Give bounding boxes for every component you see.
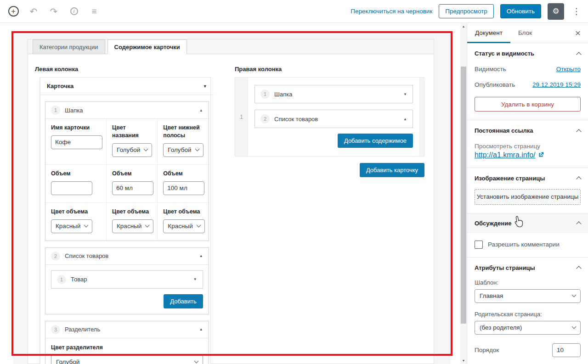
move-to-trash-button[interactable]: Удалить в корзину [475, 97, 581, 112]
add-card-button[interactable]: Добавить карточку [360, 163, 424, 177]
chevron-up-icon [576, 129, 581, 134]
select-value: (без родителя) [480, 324, 522, 331]
tab-card-content[interactable]: Содержимое карточки [107, 39, 187, 54]
panel-title: Атрибуты страницы [475, 264, 535, 271]
update-button[interactable]: Обновить [500, 4, 541, 18]
preview-button[interactable]: Предпросмотр [439, 4, 494, 18]
publish-label: Опубликовать [475, 81, 515, 88]
visibility-value-link[interactable]: Открыто [556, 66, 581, 73]
card-row-content: 1 Шапка ▼ 2 Список товаров ▲ Добавить со… [248, 78, 419, 156]
block-header-row[interactable]: 1 Шапка ▼ [254, 85, 413, 103]
field-title-color: Цвет названия Голубой [107, 119, 158, 165]
tab-block[interactable]: Блок [510, 23, 540, 43]
panel-title: Статус и видимость [475, 50, 534, 57]
section-product-list: 2 Список товаров ▲ 1 Товар ▼ [45, 247, 209, 314]
card-main: Карточка ▼ 1 Шапка ▲ [40, 78, 214, 364]
attributes-panel-header[interactable]: Атрибуты страницы [475, 264, 581, 271]
volume-2-input[interactable] [112, 181, 153, 195]
card-row: 1 1 Шапка ▼ 2 Список товаров ▲ [235, 77, 424, 157]
add-product-button[interactable]: Добавить [164, 294, 203, 308]
allow-comments-row: Разрешить комментарии [475, 241, 581, 249]
card-title: Карточка [47, 83, 74, 90]
chevron-down-icon [572, 325, 577, 329]
section-number-badge: 2 [51, 252, 60, 261]
block-product-list-row[interactable]: 2 Список товаров ▲ [254, 110, 413, 128]
block-navigation-button[interactable]: ≡ [86, 4, 102, 19]
scroll-down-arrow-icon[interactable]: ▼ [460, 359, 467, 362]
editor-toolbar: + ↶ ↷ i ≡ Переключиться на черновик Пред… [0, 0, 588, 23]
field-volume-color-2: Цвет объема Красный [107, 203, 158, 241]
block-inserter-button[interactable]: + [6, 4, 21, 19]
discussion-panel-header[interactable]: Обсуждение [467, 213, 588, 233]
chevron-down-icon [196, 223, 201, 228]
chevron-up-icon [576, 221, 581, 226]
panel-discussion: Обсуждение Разрешить комментарии [467, 213, 588, 258]
section-2-header[interactable]: 2 Список товаров ▲ [45, 248, 209, 265]
status-panel-header[interactable]: Статус и видимость [475, 50, 581, 57]
ellipsis-icon: ⋮ [572, 6, 581, 16]
field-label: Объем [51, 170, 102, 178]
panel-page-attributes: Атрибуты страницы Шаблон: Главная Родите… [467, 258, 588, 364]
set-page-image-button[interactable]: Установить изображение страницы [475, 189, 581, 205]
allow-comments-checkbox[interactable] [475, 241, 483, 249]
redo-icon: ↷ [50, 6, 58, 17]
template-select[interactable]: Главная [475, 289, 581, 303]
row-number-badge: 2 [260, 114, 270, 123]
mouse-cursor-icon [514, 216, 523, 228]
fields-grid: Имя карточки Цвет названия Голубой Цвет … [45, 119, 209, 241]
field-label: Цвет названия [112, 124, 153, 140]
block-title: Список товаров [274, 116, 318, 123]
select-value: Голубой [56, 358, 79, 364]
settings-toggle-button[interactable]: ⚙ [548, 3, 564, 20]
content-structure-button[interactable]: i [66, 4, 82, 19]
parent-page-select[interactable]: (без родителя) [475, 321, 581, 335]
tab-product-categories[interactable]: Категории продукции [33, 39, 105, 54]
card-header[interactable]: Карточка ▼ [40, 78, 214, 95]
permalink-url-link[interactable]: http://a1.kmra.info/ [475, 151, 536, 159]
undo-button[interactable]: ↶ [26, 4, 41, 19]
volume-color-1-select[interactable]: Красный [51, 219, 92, 233]
redo-button[interactable]: ↷ [46, 4, 62, 19]
add-content-button[interactable]: Добавить содержимое [338, 134, 413, 148]
canvas-scrollbar[interactable]: ▲ ▼ [460, 23, 467, 364]
volume-3-input[interactable] [163, 181, 204, 195]
chevron-up-icon [576, 52, 581, 57]
order-input[interactable] [552, 343, 581, 357]
page-image-panel-header[interactable]: Изображение страницы [475, 175, 581, 182]
info-icon: i [70, 7, 78, 15]
chevron-down-icon [195, 147, 199, 151]
permalink-panel-header[interactable]: Постоянная ссылка [475, 127, 581, 134]
divider-color-select[interactable]: Голубой [51, 355, 203, 364]
scroll-up-arrow-icon[interactable]: ▲ [460, 25, 467, 28]
field-label: Имя карточки [51, 124, 102, 132]
row-order-number[interactable]: 1 [235, 78, 248, 156]
scrollbar-thumb[interactable] [461, 67, 466, 324]
collapse-down-icon: ▼ [193, 277, 197, 281]
more-options-button[interactable]: ⋮ [571, 6, 582, 17]
product-row-title: Товар [71, 276, 87, 283]
settings-sidebar: Документ Блок × Статус и видимость Видим… [467, 23, 588, 364]
title-color-select[interactable]: Голубой [112, 143, 152, 157]
close-sidebar-button[interactable]: × [568, 23, 588, 43]
select-value: Красный [56, 223, 80, 230]
chevron-down-icon [194, 358, 198, 363]
card-name-input[interactable] [51, 135, 102, 149]
publish-row: Опубликовать 29.12.2019 15:29 [475, 81, 581, 88]
chevron-down-icon [572, 293, 577, 297]
field-label: Объем [112, 170, 153, 178]
volume-1-input[interactable] [51, 181, 92, 195]
select-value: Главная [480, 292, 503, 299]
collapse-up-icon: ▲ [199, 108, 203, 112]
volume-color-2-select[interactable]: Красный [112, 219, 153, 233]
section-1-header[interactable]: 1 Шапка ▲ [45, 102, 209, 119]
volume-color-3-select[interactable]: Красный [163, 219, 204, 233]
publish-date-link[interactable]: 29.12.2019 15:29 [532, 81, 581, 88]
switch-to-draft-link[interactable]: Переключиться на черновик [351, 8, 432, 15]
tab-document[interactable]: Документ [467, 23, 510, 43]
acf-fields-panel: Категории продукции Содержимое карточки … [28, 39, 434, 364]
chevron-down-icon [144, 147, 148, 151]
product-row[interactable]: 1 Товар ▼ [51, 270, 203, 289]
stripe-color-select[interactable]: Голубой [163, 143, 203, 157]
field-volume-color-1: Цвет объема Красный [45, 203, 107, 241]
section-3-header[interactable]: 3 Разделитель ▲ [45, 321, 209, 338]
